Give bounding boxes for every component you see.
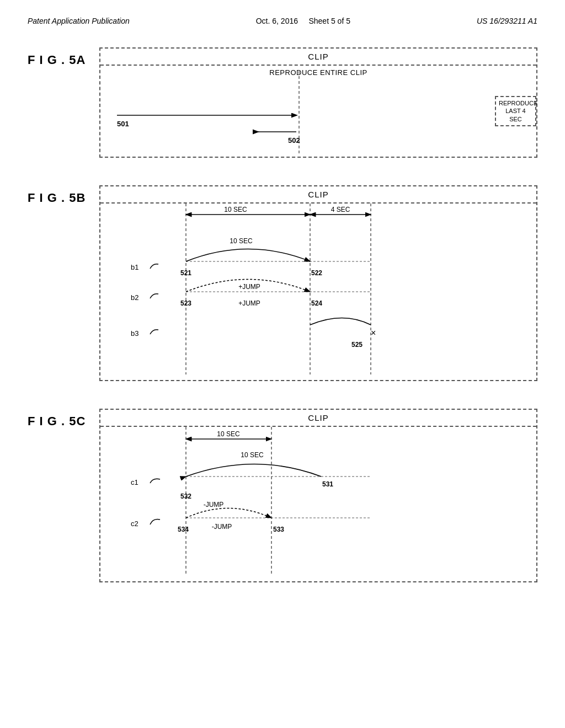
page-header: Patent Application Publication Oct. 6, 2…	[28, 17, 537, 25]
fig5b-svg: 10 SEC 4 SEC b1 521	[100, 204, 536, 380]
svg-text:+JUMP: +JUMP	[238, 283, 260, 291]
svg-text:533: 533	[273, 526, 284, 533]
fig5a-clip-box: CLIP REPRODUCE ENTIRE CLIP REPRODUCELAST…	[99, 47, 537, 158]
fig5a-label: F I G . 5A	[28, 47, 99, 67]
fig5b-diagram: CLIP	[99, 185, 537, 381]
svg-text:-JUMP: -JUMP	[204, 501, 224, 508]
figure-5c-section: F I G . 5C CLIP	[28, 409, 537, 582]
svg-text:521: 521	[180, 269, 191, 277]
fig5c-content: 10 SEC c1 531 532	[100, 427, 536, 581]
svg-text:c1: c1	[131, 478, 138, 486]
header-sheet: Sheet 5 of 5	[308, 17, 350, 25]
fig5c-diagram: CLIP	[99, 409, 537, 582]
header-right: US 16/293211 A1	[477, 17, 537, 25]
header-date: Oct. 6, 2016	[256, 17, 298, 25]
svg-text:525: 525	[351, 341, 363, 349]
svg-text:+JUMP: +JUMP	[238, 299, 260, 307]
ref502-text: 502	[288, 136, 300, 144]
fig5c-svg: 10 SEC c1 531 532	[100, 427, 536, 581]
svg-text:10 SEC: 10 SEC	[224, 206, 247, 213]
fig5a-clip-label: CLIP	[100, 49, 536, 66]
svg-text:523: 523	[180, 299, 191, 307]
svg-text:532: 532	[180, 493, 191, 500]
fig5a-diagram: CLIP REPRODUCE ENTIRE CLIP REPRODUCELAST…	[99, 47, 537, 158]
svg-text:-JUMP: -JUMP	[212, 523, 232, 531]
svg-text:522: 522	[311, 269, 322, 277]
svg-text:10 SEC: 10 SEC	[217, 430, 240, 438]
fig5c-clip-box: CLIP	[99, 409, 537, 582]
svg-text:534: 534	[178, 526, 189, 533]
svg-text:b3: b3	[131, 329, 138, 338]
ref501-text: 501	[117, 120, 129, 128]
svg-text:b1: b1	[131, 263, 138, 271]
header-center: Oct. 6, 2016 Sheet 5 of 5	[256, 17, 350, 25]
fig5b-clip-box: CLIP	[99, 185, 537, 381]
figure-5a-section: F I G . 5A CLIP REPRODUCE ENTIRE CLIP RE…	[28, 47, 537, 158]
fig5a-arrows-svg: 501 502	[100, 68, 536, 157]
fig5c-clip-label: CLIP	[100, 410, 536, 427]
fig5b-clip-label: CLIP	[100, 186, 536, 204]
svg-text:×: ×	[371, 328, 376, 338]
figure-5b-section: F I G . 5B CLIP	[28, 185, 537, 381]
fig5b-content: 10 SEC 4 SEC b1 521	[100, 204, 536, 380]
page: Patent Application Publication Oct. 6, 2…	[0, 0, 565, 728]
svg-text:531: 531	[322, 480, 333, 488]
svg-text:4 SEC: 4 SEC	[331, 206, 350, 213]
svg-text:10 SEC: 10 SEC	[241, 451, 264, 459]
svg-text:b2: b2	[131, 293, 138, 302]
header-left: Patent Application Publication	[28, 17, 130, 25]
svg-text:10 SEC: 10 SEC	[230, 237, 253, 245]
svg-text:c2: c2	[131, 520, 138, 528]
svg-text:524: 524	[311, 299, 322, 307]
fig5a-content: REPRODUCE ENTIRE CLIP REPRODUCELAST 4 SE…	[100, 68, 536, 157]
fig5b-label: F I G . 5B	[28, 185, 99, 205]
fig5c-label: F I G . 5C	[28, 409, 99, 429]
